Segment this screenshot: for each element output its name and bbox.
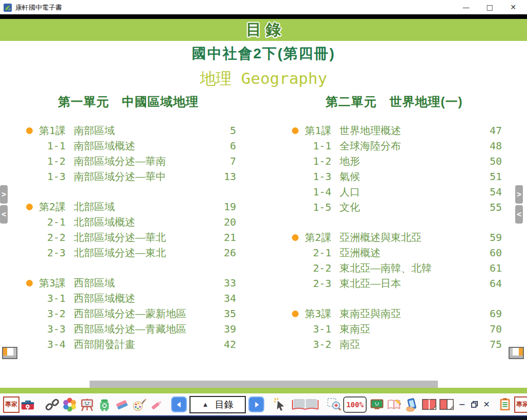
subject-title: 地理 Geography xyxy=(0,68,527,90)
unit-title: 第一單元 中國區域地理 xyxy=(20,94,236,109)
toc-sub-row[interactable]: 1-2地形50 xyxy=(286,153,502,169)
app-close-button[interactable]: ✕ xyxy=(480,399,493,411)
eraser-icon[interactable] xyxy=(114,396,130,413)
app-restore-button[interactable] xyxy=(468,399,480,411)
toc-lesson-row[interactable]: 第1課南部區域5 xyxy=(20,123,236,138)
pointer-tool-icon[interactable] xyxy=(272,396,289,413)
toc-sub-row[interactable]: 1-3南部區域分述—華中13 xyxy=(20,169,236,184)
lesson-number: 2-3 xyxy=(39,247,72,259)
bottom-toolbar: 專家 xyxy=(0,393,527,415)
maximize-button[interactable]: □ xyxy=(478,0,501,14)
toolbox-icon[interactable] xyxy=(19,396,36,413)
lesson-number: 3-1 xyxy=(39,292,72,304)
lesson-number: 1-2 xyxy=(305,155,338,167)
toc-sub-row[interactable]: 1-3氣候51 xyxy=(286,169,502,184)
toc-sub-row[interactable]: 3-4西部開發計畫42 xyxy=(20,337,236,352)
toc-sub-row[interactable]: 1-1全球海陸分布48 xyxy=(286,138,502,153)
two-page-view-icon[interactable] xyxy=(421,396,437,413)
palette-icon[interactable] xyxy=(131,396,147,413)
app-minimize-button[interactable]: − xyxy=(456,399,468,411)
lesson-title: 人口 xyxy=(340,185,480,199)
lesson-number: 3-2 xyxy=(305,338,338,350)
zoom-area-icon[interactable] xyxy=(326,396,342,413)
color-flower-icon[interactable] xyxy=(61,396,78,413)
expert-mode-button-left[interactable]: 專家 xyxy=(3,396,19,413)
toc-sub-row[interactable]: 1-2南部區域分述—華南7 xyxy=(20,153,236,169)
lesson-number: 2-1 xyxy=(305,247,338,259)
toc-sub-row[interactable]: 1-4人口54 xyxy=(286,184,502,200)
toc-sub-row[interactable]: 3-2西部區域分述—蒙新地區35 xyxy=(20,306,236,321)
lesson-title: 西部區域 xyxy=(74,276,215,290)
mobile-device-icon[interactable] xyxy=(404,396,420,413)
lesson-number: 第3課 xyxy=(39,276,72,290)
lesson-title: 地形 xyxy=(340,154,480,168)
notes-clipboard-icon[interactable] xyxy=(497,396,513,413)
book-spread-icon[interactable] xyxy=(290,396,321,413)
workbook-icon[interactable] xyxy=(386,396,403,413)
page-number: 59 xyxy=(480,231,502,244)
toc-column-unit2: 第二單元 世界地理(一) 第1課世界地理概述471-1全球海陸分布481-2地形… xyxy=(286,94,502,367)
lesson-title: 北部區域 xyxy=(74,200,215,214)
zoom-level-button[interactable]: 100% xyxy=(343,396,367,413)
highlighter-icon[interactable] xyxy=(149,396,165,413)
toc-lesson-row[interactable]: 第3課東南亞與南亞69 xyxy=(286,306,502,321)
toc-sub-row[interactable]: 2-2東北亞—南韓、北韓61 xyxy=(286,260,502,276)
unit-lessons: 第1課世界地理概述471-1全球海陸分布481-2地形501-3氣候511-4人… xyxy=(286,123,502,352)
left-triangle-icon xyxy=(175,400,184,409)
corner-gray-column xyxy=(510,348,513,356)
corner-orange-strip xyxy=(519,348,523,356)
toc-sub-row[interactable]: 1-1南部區域概述6 xyxy=(20,138,236,153)
left-edge-flip-forward-button[interactable]: > xyxy=(0,185,8,204)
lesson-number: 第1課 xyxy=(39,124,72,138)
toc-sub-row[interactable]: 2-1亞洲概述60 xyxy=(286,245,502,260)
toc-lesson-row[interactable]: 第2課北部區域19 xyxy=(20,199,236,214)
page-number: 54 xyxy=(480,186,502,198)
robot-bin-icon[interactable] xyxy=(96,396,113,413)
toc-lesson-row[interactable]: 第1課世界地理概述47 xyxy=(286,123,502,138)
right-page-corner-button[interactable] xyxy=(509,347,524,359)
lesson-number: 第3課 xyxy=(305,307,338,321)
easel-icon[interactable] xyxy=(79,396,95,413)
left-page-corner-button[interactable] xyxy=(2,347,17,359)
page-number: 33 xyxy=(215,277,236,289)
toc-sub-row[interactable]: 3-1西部區域概述34 xyxy=(20,291,236,306)
toc-sub-row[interactable]: 1-5文化55 xyxy=(286,200,502,215)
left-edge-flip-back-button[interactable]: < xyxy=(0,205,8,224)
lesson-group: 第1課南部區域51-1南部區域概述61-2南部區域分述—華南71-3南部區域分述… xyxy=(20,123,236,184)
toc-lesson-row[interactable]: 第3課西部區域33 xyxy=(20,275,236,291)
chalkboard-icon[interactable] xyxy=(369,396,385,413)
lesson-title: 世界地理概述 xyxy=(340,124,480,138)
prev-page-button[interactable] xyxy=(171,396,187,412)
lesson-title: 北部區域分述—華北 xyxy=(74,231,215,245)
lesson-title: 亞洲概述 xyxy=(340,246,480,260)
toc-sub-row[interactable]: 3-2南亞75 xyxy=(286,337,502,352)
page-number: 39 xyxy=(215,323,236,335)
lesson-group: 第3課西部區域333-1西部區域概述343-2西部區域分述—蒙新地區353-3西… xyxy=(20,275,236,352)
lesson-number: 1-1 xyxy=(305,140,338,152)
lesson-group: 第2課北部區域192-1北部區域概述202-2北部區域分述—華北212-3北部區… xyxy=(20,199,236,260)
unit-lessons: 第1課南部區域51-1南部區域概述61-2南部區域分述—華南71-3南部區域分述… xyxy=(20,123,236,352)
right-edge-flip-forward-button[interactable]: > xyxy=(515,185,523,204)
toc-sub-row[interactable]: 3-1東南亞70 xyxy=(286,321,502,337)
lesson-group: 第3課東南亞與南亞693-1東南亞703-2南亞75 xyxy=(286,306,502,352)
toc-sub-row[interactable]: 2-3東北亞—日本64 xyxy=(286,276,502,291)
close-button[interactable]: ✕ xyxy=(501,0,525,14)
toc-sub-row[interactable]: 2-1北部區域概述20 xyxy=(20,214,236,230)
toc-sub-row[interactable]: 3-3西部區域分述—青藏地區39 xyxy=(20,321,236,337)
minimize-button[interactable]: — xyxy=(454,0,478,14)
next-page-button[interactable] xyxy=(248,396,264,412)
expert-mode-button-right[interactable]: 專家 xyxy=(514,396,527,413)
page-number: 26 xyxy=(215,247,236,259)
toc-lesson-row[interactable]: 第2課亞洲概述與東北亞59 xyxy=(286,230,502,245)
green-divider-strip xyxy=(0,388,527,393)
horizontal-scrollbar[interactable] xyxy=(90,381,438,388)
toc-sub-row[interactable]: 2-2北部區域分述—華北21 xyxy=(20,230,236,245)
page-number: 55 xyxy=(480,201,502,213)
right-edge-flip-back-button[interactable]: < xyxy=(515,205,523,224)
page-selector[interactable]: ▲ 目錄 xyxy=(189,396,246,413)
link-icon[interactable] xyxy=(44,396,60,413)
lesson-group: 第1課世界地理概述471-1全球海陸分布481-2地形501-3氣候511-4人… xyxy=(286,123,502,215)
corner-gray-bottom xyxy=(3,356,16,358)
one-page-view-icon[interactable] xyxy=(438,396,455,413)
toc-sub-row[interactable]: 2-3北部區域分述—東北26 xyxy=(20,245,236,260)
